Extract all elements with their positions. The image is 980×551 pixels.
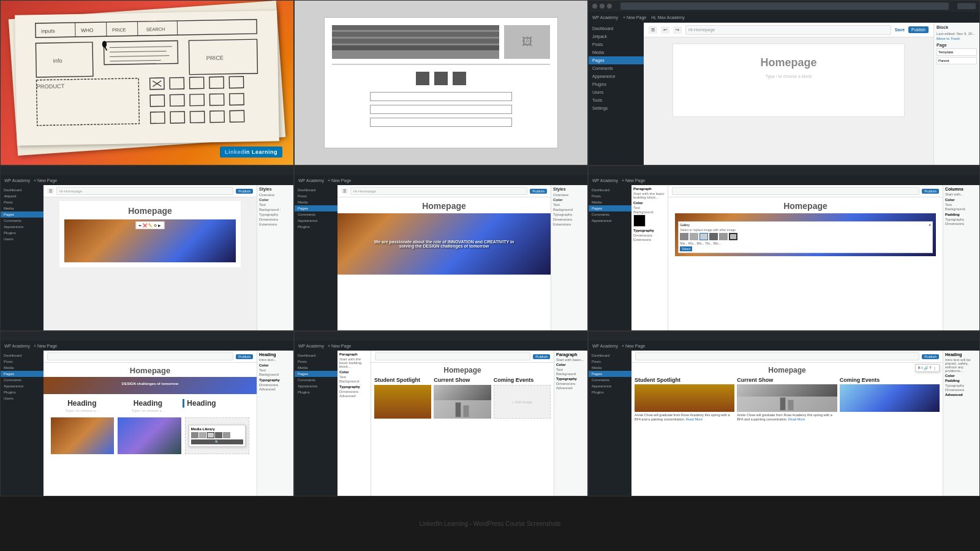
cell-wp-hero-text: WP Academy + New Page Dashboard Posts Me… [294, 165, 588, 331]
heading-2: Heading [117, 399, 179, 408]
current-show-heading: Current Show [434, 377, 491, 383]
cell-wp-headings: WP Academy + New Page Dashboard Posts Me… [0, 331, 294, 496]
svg-text:PRODUCT: PRODUCT [37, 83, 65, 90]
svg-rect-33 [170, 112, 184, 123]
svg-line-14 [110, 56, 169, 57]
svg-text:PRICE: PRICE [112, 27, 126, 32]
heading-3: Heading [187, 399, 249, 408]
svg-rect-9 [36, 42, 93, 77]
svg-rect-32 [151, 112, 165, 124]
svg-line-13 [110, 51, 167, 52]
status-text: LinkedIn Learning - WordPress Course Scr… [419, 520, 560, 527]
svg-rect-25 [209, 77, 224, 88]
cell-wp-blank: WP Academy + New Page Hi, Max Academy Da… [588, 0, 980, 165]
current-show-heading-final: Current Show [737, 377, 837, 383]
svg-rect-29 [190, 94, 204, 106]
svg-rect-34 [190, 111, 204, 123]
svg-rect-23 [170, 77, 184, 89]
hero-text-small: DESIGN challenges of tomorrow [43, 377, 257, 386]
svg-rect-28 [170, 94, 184, 106]
cell-wp-color-panel: WP Academy + New Page Dashboard Posts Me… [588, 165, 980, 331]
screenshot-grid: inputs WHO PRICE SEARCH info [0, 0, 980, 496]
cell-wireframe: 🖼 [294, 0, 588, 165]
svg-rect-35 [210, 111, 224, 123]
svg-rect-24 [189, 77, 203, 89]
page-title: Homepage [760, 56, 816, 69]
main-container: inputs WHO PRICE SEARCH info [0, 0, 980, 551]
svg-text:PRICE: PRICE [206, 55, 224, 61]
heading-1: Heading [51, 399, 113, 408]
cell-intro: inputs WHO PRICE SEARCH info [0, 0, 294, 165]
cell-wp-spotlight-picker: WP Academy + New Page Dashboard Posts Me… [294, 331, 588, 496]
svg-rect-26 [229, 77, 243, 88]
svg-rect-30 [209, 94, 224, 105]
linkedin-badge: Linkedin Learning [220, 146, 282, 158]
svg-text:inputs: inputs [41, 28, 55, 34]
svg-line-15 [110, 60, 160, 61]
cell-wp-hero-adding: WP Academy + New Page Dashboard Jetpack … [0, 165, 294, 331]
svg-text:WHO: WHO [81, 27, 94, 33]
bottom-status-bar: LinkedIn Learning - WordPress Course Scr… [0, 496, 980, 551]
svg-rect-36 [230, 110, 244, 122]
svg-rect-27 [150, 95, 164, 107]
svg-text:info: info [53, 58, 62, 64]
svg-rect-31 [230, 94, 244, 105]
hero-text-overlay: We are passionate about the role of INNO… [369, 240, 519, 248]
svg-line-12 [110, 47, 172, 48]
svg-text:SEARCH: SEARCH [146, 26, 165, 32]
cell-wp-spotlight-final: WP Academy + New Page Dashboard Posts Me… [588, 331, 980, 496]
